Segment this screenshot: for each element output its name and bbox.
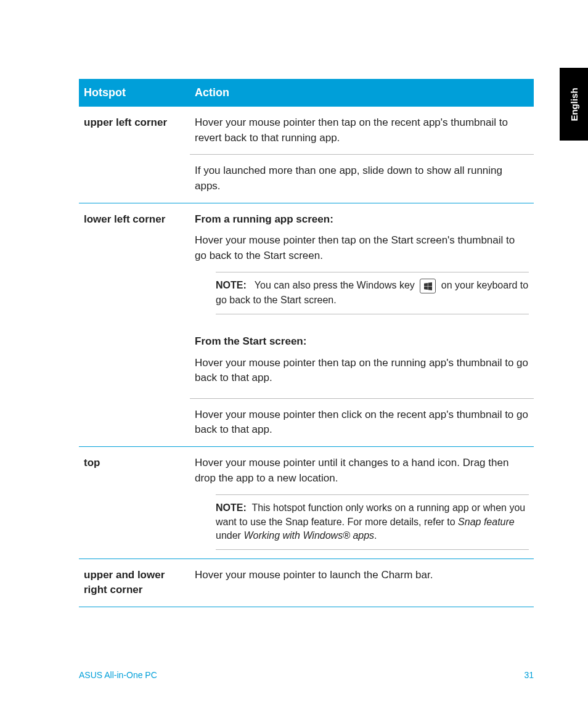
note1-before: You can also press the Windows key [255, 280, 415, 291]
row-upper-left-action1: Hover your mouse pointer then tap on the… [190, 107, 534, 155]
sub1-text: Hover your mouse pointer then tap on the… [195, 233, 529, 263]
note2-t2: under [216, 530, 243, 541]
row-right-action: Hover your mouse pointer to launch the C… [190, 559, 534, 607]
note2-label: NOTE: [216, 502, 247, 513]
note1-label: NOTE: [216, 280, 247, 291]
svg-marker-3 [428, 287, 432, 290]
page-footer: ASUS All-in-One PC 31 [79, 670, 534, 680]
language-tab: English [560, 68, 588, 141]
footer-product: ASUS All-in-One PC [79, 670, 157, 680]
sub2-text1: Hover your mouse pointer then tap on the… [195, 356, 529, 386]
note1-box: NOTE: You can also press the Windows key… [216, 272, 529, 314]
svg-marker-1 [428, 282, 432, 286]
sub1-head: From a running app screen: [195, 212, 529, 227]
row-lower-left-cell1: From a running app screen: Hover your mo… [190, 203, 534, 323]
row-top-name: top [79, 447, 190, 559]
language-label: English [569, 88, 579, 121]
row-top-action: Hover your mouse pointer until it change… [195, 456, 529, 486]
row-lower-left-cell2: From the Start screen: Hover your mouse … [190, 323, 534, 398]
header-hotspot: Hotspot [79, 79, 190, 107]
hotspot-table: Hotspot Action upper left corner Hover y… [79, 79, 534, 607]
footer-page: 31 [524, 670, 534, 680]
header-action: Action [190, 79, 534, 107]
sub2-head: From the Start screen: [195, 334, 529, 350]
row-lower-left-name: lower left corner [79, 203, 190, 323]
row-right-name: upper and lower right corner [79, 559, 190, 607]
svg-marker-0 [424, 283, 428, 286]
note2-i1: Snap feature [458, 517, 515, 527]
note2-box: NOTE: This hotspot function only works o… [216, 494, 529, 549]
row-upper-left-name: upper left corner [79, 107, 190, 155]
note2-t3: . [374, 530, 377, 541]
sub2-text2: Hover your mouse pointer then click on t… [190, 398, 534, 446]
row-top-cell: Hover your mouse pointer until it change… [190, 447, 534, 559]
windows-key-icon [420, 279, 436, 293]
svg-marker-2 [424, 287, 428, 290]
note2-i2: Working with Windows® apps [243, 530, 374, 541]
page-content: Hotspot Action upper left corner Hover y… [0, 0, 588, 607]
row-upper-left-action2: If you launched more than one app, slide… [190, 155, 534, 203]
